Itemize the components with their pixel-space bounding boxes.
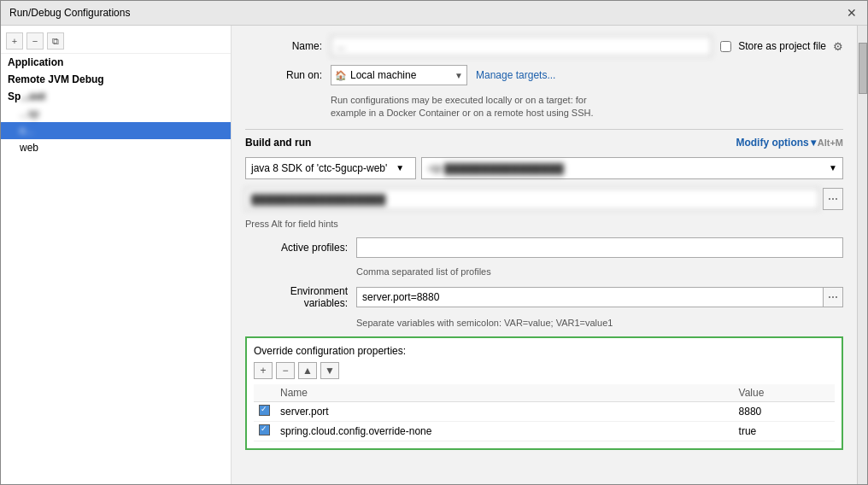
override-remove-button[interactable]: − — [276, 362, 295, 379]
sidebar-item-sp-label: ...sp — [20, 108, 39, 120]
store-as-project-checkbox[interactable] — [720, 41, 731, 52]
main-panel: Name: Store as project file ⚙ Run on: 🏠 … — [232, 26, 857, 484]
sidebar-group-springboot-label: Sp...oot — [8, 91, 45, 102]
gear-icon[interactable]: ⚙ — [833, 40, 843, 53]
dialog-title: Run/Debug Configurations — [9, 7, 130, 19]
cp-label: -cp ▓▓▓▓▓▓▓▓▓▓▓▓▓▓▓▓ — [427, 162, 829, 174]
active-profiles-input[interactable] — [356, 237, 843, 258]
close-button[interactable]: ✕ — [845, 6, 859, 20]
store-section: Store as project file ⚙ — [720, 40, 843, 53]
main-class-browse-button[interactable]: ⋯ — [823, 188, 843, 210]
sidebar: + − ⧉ Application Remote JVM Debug Sp...… — [1, 26, 232, 484]
override-table-col-name: Name — [275, 384, 734, 402]
sdk-arrow-icon: ▼ — [396, 163, 404, 172]
env-variables-label: Environment variables: — [245, 285, 348, 309]
build-run-section-header: Build and run Modify options ▾ Alt+M — [245, 129, 843, 149]
row-checkbox-cell[interactable] — [254, 421, 275, 441]
row-checkbox[interactable] — [259, 424, 270, 435]
sidebar-item-web[interactable]: web — [1, 139, 231, 156]
row-value: 8880 — [734, 401, 835, 421]
sidebar-toolbar: + − ⧉ — [1, 29, 231, 54]
row-checkbox[interactable] — [259, 405, 270, 416]
env-browse-button[interactable]: ⋯ — [823, 287, 843, 307]
sidebar-item-web-label: web — [20, 142, 38, 154]
run-hint-text: Run configurations may be executed local… — [331, 94, 843, 120]
override-move-down-button[interactable]: ▼ — [320, 362, 339, 379]
sidebar-group-application-label: Application — [8, 56, 63, 68]
chevron-down-icon: ▾ — [811, 137, 816, 149]
main-class-row: ▓▓▓▓▓▓▓▓▓▓▓▓▓▓▓▓▓▓ ⋯ — [245, 188, 843, 210]
sdk-select[interactable]: java 8 SDK of 'ctc-5gucp-web' ▼ — [245, 157, 416, 179]
env-variables-row: Environment variables: ⋯ — [245, 285, 843, 309]
name-input[interactable] — [331, 36, 712, 56]
override-table-col-value: Value — [734, 384, 835, 402]
active-profiles-row: Active profiles: — [245, 237, 843, 258]
manage-targets-link[interactable]: Manage targets... — [476, 69, 555, 81]
modify-options-label: Modify options — [736, 137, 808, 149]
run-on-select[interactable]: 🏠 Local machine ▼ — [331, 65, 467, 85]
sidebar-item-e-label: e... — [20, 125, 34, 137]
env-variables-input[interactable] — [356, 287, 823, 307]
title-bar: Run/Debug Configurations ✕ — [1, 1, 867, 26]
sdk-row: java 8 SDK of 'ctc-5gucp-web' ▼ -cp ▓▓▓▓… — [245, 157, 843, 179]
override-add-button[interactable]: + — [254, 362, 273, 379]
cp-arrow-icon: ▼ — [829, 163, 837, 172]
override-config-box: Override configuration properties: + − ▲… — [245, 336, 843, 450]
add-config-button[interactable]: + — [6, 32, 23, 50]
row-name: server.port — [275, 401, 734, 421]
override-toolbar: + − ▲ ▼ — [254, 362, 835, 379]
run-on-value: Local machine — [350, 69, 416, 81]
table-row[interactable]: spring.cloud.config.override-nonetrue — [254, 421, 835, 441]
build-run-label: Build and run — [245, 137, 311, 149]
scrollbar[interactable] — [857, 26, 867, 484]
copy-config-button[interactable]: ⧉ — [47, 32, 64, 50]
profiles-hint-text: Comma separated list of profiles — [356, 266, 843, 277]
cp-select[interactable]: -cp ▓▓▓▓▓▓▓▓▓▓▓▓▓▓▓▓ ▼ — [421, 157, 843, 179]
chevron-down-icon: ▼ — [455, 71, 463, 80]
override-config-title: Override configuration properties: — [254, 345, 835, 357]
row-name: spring.cloud.config.override-none — [275, 421, 734, 441]
sdk-label: java 8 SDK of 'ctc-5gucp-web' — [251, 162, 387, 174]
override-move-up-button[interactable]: ▲ — [298, 362, 317, 379]
scrollbar-thumb[interactable] — [859, 43, 867, 94]
name-row: Name: Store as project file ⚙ — [245, 36, 843, 56]
modify-shortcut: Alt+M — [818, 137, 843, 148]
title-bar-left: Run/Debug Configurations — [9, 7, 130, 19]
modify-options-button[interactable]: Modify options ▾ Alt+M — [736, 137, 843, 149]
override-table-col-check — [254, 384, 275, 402]
remove-config-button[interactable]: − — [26, 32, 44, 50]
main-class-input[interactable]: ▓▓▓▓▓▓▓▓▓▓▓▓▓▓▓▓▓▓ — [245, 188, 819, 210]
override-table: Name Value server.port8880spring.cloud.c… — [254, 384, 835, 441]
active-profiles-label: Active profiles: — [245, 242, 348, 254]
sidebar-item-e[interactable]: e... — [1, 122, 231, 139]
env-input-wrap: ⋯ — [356, 287, 843, 307]
sidebar-group-remote-jvm[interactable]: Remote JVM Debug — [1, 71, 231, 88]
sidebar-item-sp[interactable]: ...sp — [1, 105, 231, 122]
home-icon: 🏠 — [335, 70, 347, 81]
name-label: Name: — [245, 40, 322, 52]
sidebar-group-remote-jvm-label: Remote JVM Debug — [8, 73, 104, 85]
sep-hint-text: Separate variables with semicolon: VAR=v… — [356, 318, 843, 328]
store-as-project-label: Store as project file — [738, 40, 826, 52]
row-value: true — [734, 421, 835, 441]
press-hint-text: Press Alt for field hints — [245, 219, 843, 229]
table-row[interactable]: server.port8880 — [254, 401, 835, 421]
dialog-content: + − ⧉ Application Remote JVM Debug Sp...… — [1, 26, 867, 484]
sidebar-group-application[interactable]: Application — [1, 54, 231, 71]
run-on-label: Run on: — [245, 69, 322, 81]
run-on-row: Run on: 🏠 Local machine ▼ Manage targets… — [245, 65, 843, 85]
row-checkbox-cell[interactable] — [254, 401, 275, 421]
run-debug-dialog: Run/Debug Configurations ✕ + − ⧉ Applica… — [0, 0, 868, 485]
sidebar-group-springboot[interactable]: Sp...oot — [1, 88, 231, 105]
